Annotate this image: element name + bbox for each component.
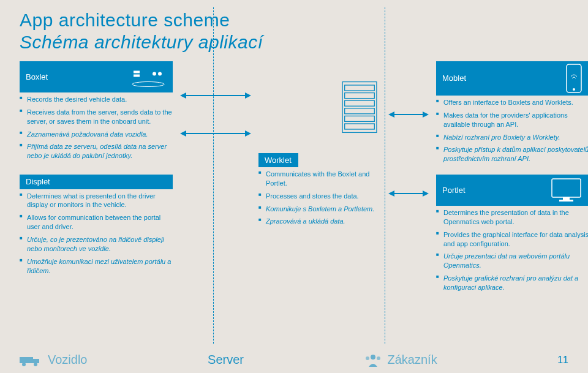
svg-point-3 xyxy=(153,72,156,76)
footer-vehicle-label: Vozidlo xyxy=(48,353,88,367)
arrow-worklet-moblet xyxy=(381,61,436,167)
footer-customer: Zákazník xyxy=(364,353,437,367)
svg-point-4 xyxy=(158,72,162,76)
portlet-header: Portlet xyxy=(436,175,588,206)
portlet-b2: Provides the graphical interface for dat… xyxy=(436,230,588,249)
svg-rect-9 xyxy=(345,100,375,106)
svg-rect-12 xyxy=(345,124,375,129)
double-arrow-icon xyxy=(185,95,246,96)
double-arrow-icon xyxy=(393,114,424,115)
worklet-b3: Komunikuje s Boxletem a Portletem. xyxy=(258,205,381,214)
displet-list: Determines what is presented on the driv… xyxy=(20,189,173,276)
footer: Vozidlo Server Zákazník 11 xyxy=(20,353,568,367)
double-arrow-icon xyxy=(393,193,424,194)
moblet-block: Moblet Offers an interface to Boxlets an… xyxy=(436,61,588,167)
svg-rect-17 xyxy=(559,200,573,202)
title-en: App architecture scheme xyxy=(20,10,568,31)
svg-rect-8 xyxy=(345,93,375,99)
displet-b4: Umožňuje komunikaci mezi uživatelem port… xyxy=(20,257,173,276)
displet-b2: Allows for communication between the por… xyxy=(20,213,173,232)
displet-title: Displet xyxy=(26,176,50,187)
footer-server: Server xyxy=(208,353,244,367)
moblet-header: Moblet xyxy=(436,61,588,96)
displet-b1: Determines what is presented on the driv… xyxy=(20,192,173,210)
boxlet-b2: Receives data from the server, sends dat… xyxy=(20,108,173,126)
displet-b3: Určuje, co je prezentováno na řidičově d… xyxy=(20,235,173,254)
svg-point-20 xyxy=(22,363,26,366)
svg-rect-7 xyxy=(345,85,375,91)
svg-rect-1 xyxy=(134,71,140,73)
svg-point-14 xyxy=(573,88,575,91)
worklet-list-block: Communicates with the Boxlet and Portlet… xyxy=(258,175,381,296)
svg-point-21 xyxy=(34,363,37,366)
boxlet-list: Records the desired vehicle data. Receiv… xyxy=(20,92,173,160)
portlet-list: Determines the presentation of data in t… xyxy=(436,206,588,292)
title-cz: Schéma architektury aplikací xyxy=(20,32,568,53)
monitor-icon xyxy=(549,176,583,204)
worklet-b4: Zpracovává a ukládá data. xyxy=(258,217,381,226)
boxlet-block: Boxlet Records the desired vehicle data.… xyxy=(20,61,173,167)
footer-customer-label: Zákazník xyxy=(388,353,437,367)
section-divider xyxy=(385,7,385,344)
worklet-b2: Processes and stores the data. xyxy=(258,192,381,201)
boxlet-b3: Zaznamenává požadovaná data vozidla. xyxy=(20,130,173,139)
portlet-b4: Poskytuje grafické rozhraní pro analýzu … xyxy=(436,274,588,292)
boxlet-title: Boxlet xyxy=(26,72,48,83)
people-icon xyxy=(364,353,382,367)
arrow-boxlet-worklet xyxy=(173,61,258,167)
moblet-list: Offers an interface to Boxlets and Workl… xyxy=(436,96,588,164)
server-rack-icon xyxy=(338,80,381,135)
worklet-list: Communicates with the Boxlet and Portlet… xyxy=(258,167,381,226)
arrow-worklet-portlet xyxy=(381,175,436,296)
footer-server-label: Server xyxy=(208,353,244,367)
portlet-title: Portlet xyxy=(442,185,466,196)
moblet-b1: Offers an interface to Boxlets and Workl… xyxy=(436,98,588,107)
portlet-b3: Určuje prezentaci dat na webovém portálu… xyxy=(436,252,588,270)
moblet-b4: Poskytuje přístup k datům aplikací posky… xyxy=(436,145,588,164)
worklet-title: Worklet xyxy=(258,153,298,168)
truck-icon xyxy=(20,353,42,367)
portlet-block: Portlet Determines the presentation of d… xyxy=(436,175,588,296)
worklet-b1: Communicates with the Boxlet and Portlet… xyxy=(258,170,381,188)
portlet-b1: Determines the presentation of data in t… xyxy=(436,208,588,227)
svg-rect-11 xyxy=(345,116,375,121)
empty-cell xyxy=(173,175,258,296)
double-arrow-icon xyxy=(185,133,246,134)
svg-rect-10 xyxy=(345,108,375,114)
svg-rect-2 xyxy=(134,75,140,77)
svg-rect-18 xyxy=(20,357,33,363)
svg-rect-6 xyxy=(342,82,377,133)
tablet-icon xyxy=(565,63,583,94)
boxlet-b1: Records the desired vehicle data. xyxy=(20,95,173,104)
svg-point-24 xyxy=(377,356,380,360)
svg-rect-15 xyxy=(552,179,581,197)
svg-point-23 xyxy=(366,356,369,360)
displet-block: Displet Determines what is presented on … xyxy=(20,175,173,296)
section-divider xyxy=(213,7,214,344)
moblet-title: Moblet xyxy=(442,73,466,84)
boxlet-header: Boxlet xyxy=(20,61,173,92)
svg-rect-16 xyxy=(563,197,570,200)
architecture-grid: Boxlet Records the desired vehicle data.… xyxy=(20,61,568,296)
boxlet-b4: Přijímá data ze serveru, odesílá data na… xyxy=(20,142,173,160)
moblet-b3: Nabízí rozhraní pro Boxlety a Worklety. xyxy=(436,133,588,142)
svg-point-5 xyxy=(132,82,164,87)
svg-rect-19 xyxy=(33,359,39,363)
page-number: 11 xyxy=(557,355,568,366)
worklet-block-top: Worklet xyxy=(258,61,381,167)
svg-point-22 xyxy=(371,355,375,360)
onboard-unit-icon xyxy=(130,63,167,91)
moblet-b2: Makes data for the providers' applicatio… xyxy=(436,111,588,129)
displet-header: Displet xyxy=(20,175,173,189)
footer-vehicle: Vozidlo xyxy=(20,353,88,367)
